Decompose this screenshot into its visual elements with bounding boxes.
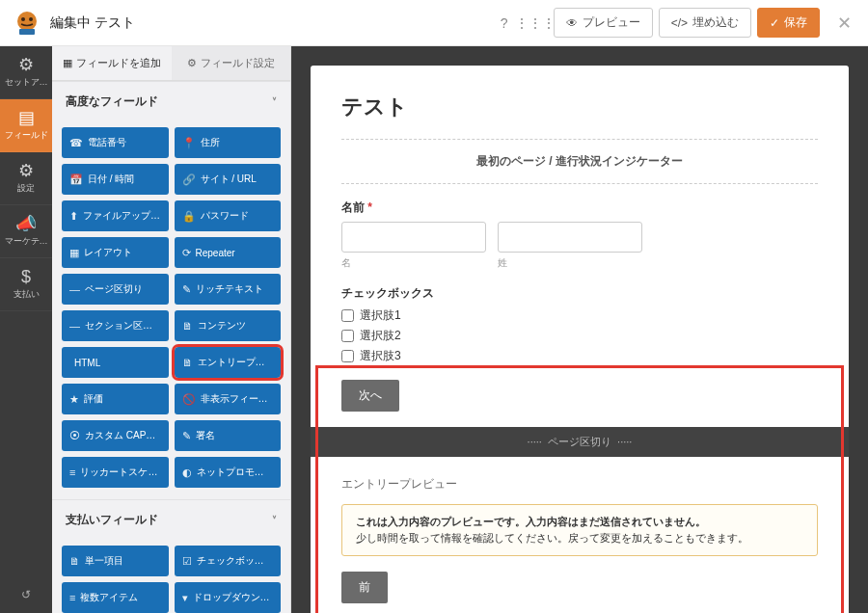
rail-fields[interactable]: ▤フィールド (0, 99, 52, 152)
field-chip-ドロップダウンア[interactable]: ▾ドロップダウンア… (175, 582, 282, 613)
field-icon: ⬆ (69, 210, 78, 223)
last-name-input[interactable] (498, 222, 642, 253)
field-chip-署名[interactable]: ✎署名 (175, 420, 282, 451)
dollar-icon: $ (2, 268, 50, 285)
eye-icon: 👁 (566, 16, 578, 30)
help-button[interactable]: ? (492, 11, 517, 36)
embed-button[interactable]: </>埋め込む (659, 8, 751, 38)
field-chip-label: 電話番号 (88, 136, 126, 149)
field-chip-リッチテキスト[interactable]: ✎リッチテキスト (175, 274, 282, 305)
gear-icon: ⚙ (2, 56, 50, 73)
svg-point-0 (17, 12, 37, 31)
field-icon: 🗎 (69, 555, 80, 567)
megaphone-icon: 📣 (2, 215, 50, 232)
checkbox-option[interactable]: 選択肢2 (341, 328, 818, 344)
field-icon: 🚫 (182, 393, 196, 406)
accordion-payments[interactable]: 支払いフィールド˅ (52, 499, 290, 540)
field-chip-日付時間[interactable]: 📅日付 / 時間 (62, 164, 169, 195)
field-chip-リッカトスケル[interactable]: ≡リッカートスケール (62, 457, 169, 488)
first-name-input[interactable] (341, 222, 486, 253)
field-chip-評価[interactable]: ★評価 (62, 384, 169, 414)
field-chip-label: サイト / URL (201, 173, 257, 186)
field-chip-パスワド[interactable]: 🔒パスワード (175, 200, 282, 231)
field-icon: 🔒 (182, 210, 196, 223)
field-icon: ✎ (182, 283, 191, 296)
checkbox-input[interactable] (341, 350, 354, 362)
accordion-advanced[interactable]: 高度なフィールド˅ (52, 81, 290, 121)
field-chip-label: 複数アイテム (80, 591, 138, 604)
prev-button[interactable]: 前 (341, 572, 388, 603)
nav-rail: ⚙セットア… ▤フィールド ⚙設定 📣マーケテ… $支払い ↺ (0, 46, 52, 613)
field-icon: 📍 (182, 137, 196, 149)
field-chip-Repeater[interactable]: ⟳Repeater (175, 237, 282, 268)
grid-icon: ▦ (63, 57, 72, 69)
editing-prefix: 編集中 (50, 14, 91, 30)
page-break-divider: ····· ページ区切り ····· (311, 427, 849, 457)
checkbox-option[interactable]: 選択肢3 (341, 348, 818, 364)
tab-add-fields[interactable]: ▦フィールドを追加 (52, 46, 172, 80)
field-chip-エントリプレビ[interactable]: 🗎エントリープレビ… (175, 347, 282, 378)
checkbox-option-label: 選択肢2 (360, 328, 401, 344)
notice-line2: 少し時間を取って情報を確認してください。戻って変更を加えることもできます。 (356, 531, 803, 546)
field-chip-label: 非表示フィールド (201, 392, 274, 406)
field-chip-コンテンツ[interactable]: 🗎コンテンツ (175, 310, 282, 341)
entry-preview-notice: これは入力内容のプレビューです。入力内容はまだ送信されていません。 少し時間を取… (341, 504, 818, 556)
field-chip-ファイルアップロ[interactable]: ⬆ファイルアップロ… (62, 200, 169, 231)
rail-setup[interactable]: ⚙セットア… (0, 46, 52, 99)
page-break-label: ページ区切り (548, 436, 611, 447)
field-chip-HTML[interactable]: HTML (62, 347, 169, 378)
rail-marketing[interactable]: 📣マーケテ… (0, 205, 52, 258)
field-chip-ペジ区切り[interactable]: —ページ区切り (62, 274, 169, 305)
rail-payments[interactable]: $支払い (0, 258, 52, 311)
field-chip-電話番号[interactable]: ☎電話番号 (62, 127, 169, 158)
checkbox-list: 選択肢1選択肢2選択肢3 (341, 307, 818, 364)
form-icon: ▤ (2, 109, 50, 126)
close-button[interactable]: ✕ (831, 11, 856, 36)
chevron-down-icon: ˅ (272, 96, 277, 107)
tab-field-settings[interactable]: ⚙フィールド設定 (172, 46, 291, 80)
field-chip-レイアウト[interactable]: ▦レイアウト (62, 237, 169, 268)
field-chip-label: エントリープレビ… (198, 356, 274, 369)
field-chip-複数アイテム[interactable]: ≡複数アイテム (62, 582, 169, 613)
check-icon: ✓ (770, 16, 779, 30)
save-button[interactable]: ✓保存 (757, 8, 820, 38)
svg-point-2 (29, 17, 33, 21)
fields-sidebar: ▦フィールドを追加 ⚙フィールド設定 高度なフィールド˅ ☎電話番号📍住所📅日付… (52, 46, 291, 613)
field-icon: — (69, 320, 80, 332)
required-mark: * (367, 200, 372, 214)
field-chip-サイトURL[interactable]: 🔗サイト / URL (175, 164, 282, 195)
checkbox-input[interactable] (341, 330, 354, 342)
history-icon: ↺ (21, 588, 31, 601)
field-chip-住所[interactable]: 📍住所 (175, 127, 282, 158)
field-chip-カスタムCAPTCH[interactable]: ⦿カスタム CAPTCHA (62, 420, 169, 451)
rail-setup-label: セットア… (2, 76, 50, 89)
apps-button[interactable]: ⋮⋮⋮ (523, 11, 548, 36)
notice-line1: これは入力内容のプレビューです。入力内容はまだ送信されていません。 (356, 515, 803, 529)
rail-settings[interactable]: ⚙設定 (0, 152, 52, 205)
preview-button[interactable]: 👁プレビュー (554, 8, 653, 38)
form-canvas: テスト 最初のページ / 進行状況インジケーター 名前 * 名 姓 (291, 46, 868, 613)
field-chip-非表示フィルド[interactable]: 🚫非表示フィールド (175, 384, 282, 414)
checkbox-label: チェックボックス (341, 285, 818, 302)
svg-rect-3 (19, 29, 35, 35)
checkbox-input[interactable] (341, 309, 354, 322)
field-chip-label: 住所 (201, 136, 220, 149)
save-label: 保存 (784, 14, 807, 31)
form-name: テスト (95, 14, 135, 30)
next-button[interactable]: 次へ (341, 380, 399, 412)
history-button[interactable]: ↺ (0, 576, 52, 613)
field-chip-label: ネットプロモータ… (197, 466, 274, 479)
checkbox-option-label: 選択肢1 (360, 307, 401, 324)
divider (341, 183, 818, 184)
advanced-title: 高度なフィールド (66, 93, 158, 110)
field-chip-label: リッチテキスト (196, 282, 263, 296)
checkbox-option-label: 選択肢3 (360, 348, 401, 364)
rail-payments-label: 支払い (2, 288, 50, 301)
checkbox-option[interactable]: 選択肢1 (341, 307, 818, 324)
last-sublabel: 姓 (498, 256, 642, 270)
field-chip-単一項目[interactable]: 🗎単一項目 (62, 546, 169, 576)
field-chip-セクション区切り[interactable]: —セクション区切り (62, 310, 169, 341)
advanced-fields-grid: ☎電話番号📍住所📅日付 / 時間🔗サイト / URL⬆ファイルアップロ…🔒パスワ… (52, 121, 290, 499)
field-chip-チェックボックス[interactable]: ☑チェックボックス… (175, 546, 282, 576)
field-chip-ネットプロモタ[interactable]: ◐ネットプロモータ… (175, 457, 282, 488)
